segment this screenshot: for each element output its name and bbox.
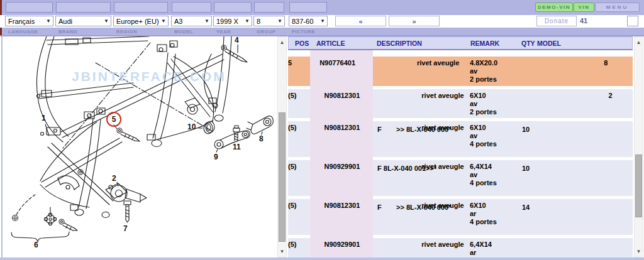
chevron-down-icon: ▼ [277,18,282,24]
diagram-panel: JBINTERFACE.COM 124567891011 [1,36,277,257]
chassis-f: F [377,203,382,211]
callout-10: 10 [187,123,196,131]
next-picture-button[interactable]: » [389,16,440,26]
filter-label-model: MODEL [174,29,193,35]
chassis-f: F [377,126,382,133]
filter-select-group[interactable]: 8▼ [253,16,285,26]
chevron-down-icon: ▼ [161,18,166,24]
chevron-right-icon: » [412,18,416,25]
filter-select-brand[interactable]: Audi▼ [55,16,111,26]
col-description: DESCRIPTION [377,40,422,47]
callout-11: 11 [233,143,241,151]
filter-box-language[interactable] [6,2,53,13]
filter-select-year[interactable]: 1999 X▼ [213,16,252,26]
table-scrollbar[interactable]: ▲ ▼ [634,36,643,257]
callout-9: 9 [214,153,218,161]
remark-line: 4 portes [470,218,497,226]
bottom-strip [0,257,644,260]
description-cell: rivet aveugle [417,59,459,67]
vin-button[interactable]: VIN [574,3,594,12]
article-cell: N90776401 [319,59,355,67]
filter-label-group: GROUP [257,29,276,35]
callout-4: 4 [235,36,239,45]
col-remark: REMARK [470,40,499,47]
pos-cell: 5 [288,59,292,67]
selected-value: 1999 X [216,18,238,25]
table-body: 5N90776401rivet aveugle4.8X20.0av2 porte… [288,50,633,257]
description-cell: rivet aveugle [421,241,464,248]
filter-box-picture[interactable] [289,2,327,13]
article-cell: N90812301 [324,92,360,99]
remark-line: av [470,67,497,75]
selected-value: A3 [174,18,182,25]
mini-box[interactable] [627,16,638,26]
qty-cell: 10 [522,126,530,133]
qty-cell: 14 [522,203,530,211]
col-pos: POS [295,40,309,47]
remark-line: 4 portes [470,140,497,148]
scroll-up-icon[interactable]: ▲ [278,38,286,46]
chassis-range-line: F>> 8L-X-040 000*10 [288,126,633,134]
callout-1: 1 [42,114,46,122]
chevron-left-icon: « [358,18,362,25]
table-header: POS ARTICLE DESCRIPTION REMARK QTY MODEL [288,36,633,50]
filter-select-language[interactable]: Français▼ [5,16,53,26]
filter-box-brand[interactable] [56,2,111,13]
scroll-up-icon[interactable]: ▲ [635,38,643,46]
chevron-down-icon: ▼ [245,18,250,24]
callout-7: 7 [123,225,128,233]
remark-line: 2 portes [470,108,497,116]
chassis-range-line: F 8L-X-040 001>>*10 [288,165,633,173]
remark-cell: 6,4X14ar [470,241,492,257]
menu-button[interactable]: MENU [595,3,640,12]
filter-box-group[interactable] [254,2,284,13]
scroll-down-icon[interactable]: ▼ [278,247,286,256]
chassis-range: >> 8L-X-040 000* [396,126,451,133]
filter-box-model[interactable] [172,2,211,13]
col-qty: QTY [521,40,535,47]
filter-box-region[interactable] [114,2,168,13]
chevron-down-icon: ▼ [104,18,109,24]
chassis-range-line: F>> 8L-X-040 000*14 [288,203,633,212]
remark-line: 6,4X14 [470,241,492,249]
remark-line: ar [470,249,492,257]
donate-button[interactable]: Donate [536,16,577,26]
filter-label-region: REGION [116,29,137,35]
prev-picture-button[interactable]: « [335,16,386,26]
chevron-down-icon: ▼ [204,18,209,24]
remark-line: 4 portes [470,179,497,187]
filter-label-year: YEAR [216,29,231,35]
col-model: MODEL [537,40,561,47]
filter-select-model[interactable]: A3▼ [171,16,212,26]
filter-select-picture[interactable]: 837-60▼ [289,16,328,26]
parts-table: POS ARTICLE DESCRIPTION REMARK QTY MODEL… [288,36,633,257]
diagram-scrollbar[interactable]: ▲ ▼ [277,36,287,257]
qty-cell: 2 [609,92,613,99]
chassis-range: >> 8L-X-040 000* [396,203,451,211]
article-column-band [310,50,373,257]
scrollbar-thumb[interactable] [635,154,642,217]
qty-cell: 8 [604,59,608,67]
selected-value: 837-60 [292,18,313,25]
scrollbar-thumb[interactable] [279,112,286,242]
col-article: ARTICLE [316,40,345,47]
filter-label-brand: BRAND [58,29,77,35]
remark-line: 2 portes [470,75,497,84]
filter-select-region[interactable]: Europe+ (EU)▼ [113,16,169,26]
callout-2: 2 [112,175,116,183]
demo-vin-button[interactable]: DEMO-VIN [535,3,573,12]
remark-cell: 4.8X20.0av2 portes [470,59,497,84]
filter-box-year[interactable] [214,2,252,13]
pos-cell: (5) [288,92,296,99]
remark-cell: 6X10av2 portes [470,92,497,116]
callout-5: 5 [106,112,121,127]
app-window: Français▼LANGUAGEAudi▼BRANDEurope+ (EU)▼… [0,0,644,260]
pos-cell: (5) [288,241,296,248]
selected-value: Audi [58,18,72,25]
chevron-down-icon: ▼ [320,18,325,24]
description-cell: rivet aveugle [421,92,464,99]
scroll-down-icon[interactable]: ▼ [635,247,643,256]
chassis-f: F 8L-X-040 001>>* [377,165,436,172]
counter-value: 41 [580,17,587,24]
remark-line: av [470,100,497,108]
